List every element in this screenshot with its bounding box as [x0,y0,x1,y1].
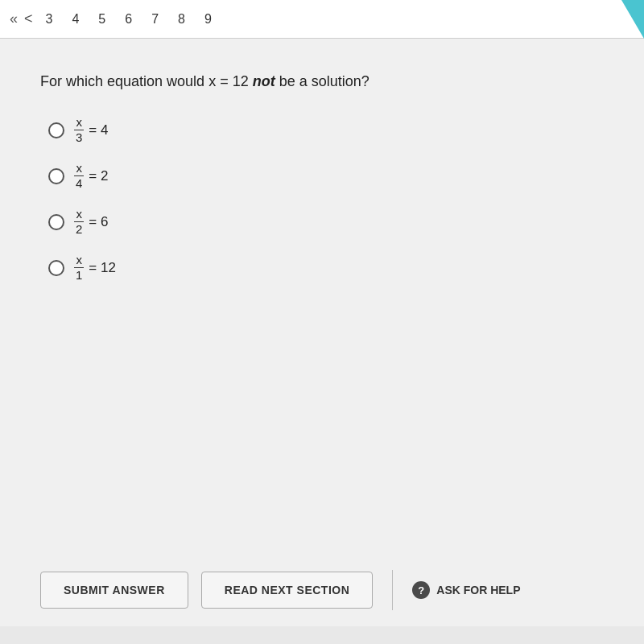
option-4[interactable]: x 1 = 12 [48,253,604,283]
denominator-2: 4 [74,176,84,191]
radio-option-1[interactable] [48,122,64,138]
option-1[interactable]: x 3 = 4 [48,115,604,145]
fraction-4: x 1 [74,253,84,283]
option-3[interactable]: x 2 = 6 [48,207,604,237]
radio-option-4[interactable] [48,260,64,276]
denominator-4: 1 [74,268,84,283]
denominator-1: 3 [74,130,84,145]
nav-triangle-indicator [621,0,644,39]
action-divider [392,570,393,610]
left-arrow[interactable]: < [24,10,33,27]
question-equals: = 12 [216,73,253,89]
ask-for-help-button[interactable]: ? ASK FOR HELP [412,581,520,599]
page-8[interactable]: 8 [178,12,185,27]
question-text-part1: For which equation would [40,73,208,89]
nav-bar: « < 3 4 5 6 7 8 9 [0,0,644,39]
numerator-4: x [74,253,84,268]
equation-4: x 1 = 12 [74,253,116,283]
numerator-1: x [74,115,84,130]
rhs-2: = 2 [89,168,108,184]
question-text-part2: be a solution? [275,73,369,89]
rhs-4: = 12 [89,260,116,276]
question-text: For which equation would x = 12 not be a… [40,71,604,93]
numerator-2: x [74,161,84,176]
submit-answer-button[interactable]: SUBMIT ANSWER [40,572,188,609]
double-left-arrow[interactable]: « [10,10,18,27]
question-italic: not [253,73,275,89]
question-variable: x [208,73,216,89]
action-bar: SUBMIT ANSWER READ NEXT SECTION ? ASK FO… [0,554,644,626]
denominator-3: 2 [74,222,84,237]
rhs-3: = 6 [89,214,108,230]
nav-arrows: « < [10,10,33,27]
main-content: For which equation would x = 12 not be a… [0,39,644,554]
fraction-3: x 2 [74,207,84,237]
read-next-section-button[interactable]: READ NEXT SECTION [201,572,374,609]
radio-option-2[interactable] [48,168,64,184]
page-7[interactable]: 7 [151,12,159,27]
page-5[interactable]: 5 [98,12,105,27]
numerator-3: x [74,207,84,222]
equation-2: x 4 = 2 [74,161,108,191]
rhs-1: = 4 [89,122,108,138]
help-icon: ? [412,581,430,599]
fraction-1: x 3 [74,115,84,145]
radio-option-3[interactable] [48,214,64,230]
page-9[interactable]: 9 [204,12,212,27]
fraction-2: x 4 [74,161,84,191]
option-2[interactable]: x 4 = 2 [48,161,604,191]
ask-help-label: ASK FOR HELP [436,584,520,597]
equation-3: x 2 = 6 [74,207,108,237]
page-3[interactable]: 3 [46,12,53,27]
equation-1: x 3 = 4 [74,115,108,145]
page-4[interactable]: 4 [72,12,79,27]
page-numbers: 3 4 5 6 7 8 9 [46,12,212,27]
page-6[interactable]: 6 [125,12,132,27]
options-list: x 3 = 4 x 4 = 2 x 2 [48,115,604,283]
